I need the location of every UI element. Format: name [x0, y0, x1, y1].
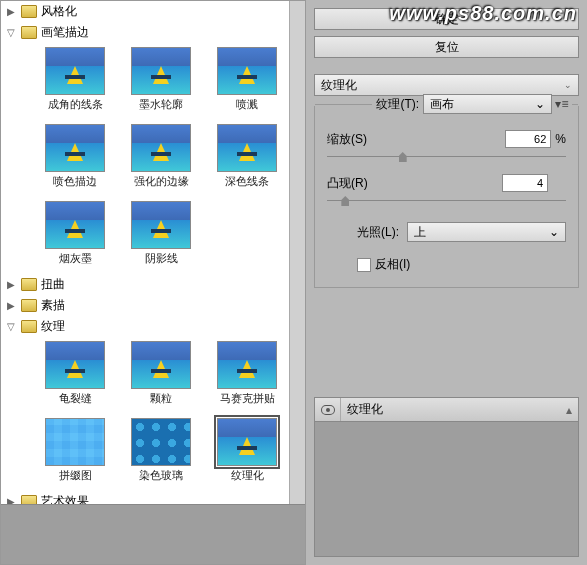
relief-input[interactable]	[502, 174, 548, 192]
scrollbar-vertical[interactable]	[289, 1, 305, 504]
reset-button[interactable]: 复位	[314, 36, 579, 58]
scale-suffix: %	[555, 132, 566, 146]
effect-layer-row[interactable]: 纹理化 ▴	[315, 398, 578, 422]
filter-thumb[interactable]: 马赛克拼贴	[213, 341, 281, 406]
filter-thumb[interactable]: 拼缀图	[41, 418, 109, 483]
folder-icon	[21, 26, 37, 39]
chevron-down-icon: ⌄	[564, 80, 572, 90]
chevron-down-icon: ⌄	[549, 225, 559, 239]
category-brush-strokes[interactable]: ▽ 画笔描边	[1, 22, 289, 43]
scale-row: 缩放(S) %	[327, 130, 566, 148]
flyout-menu-icon[interactable]: ▾≡	[552, 97, 572, 111]
chevron-down-icon: ▽	[5, 27, 17, 38]
relief-row: 凸现(R)	[327, 174, 566, 192]
category-distort[interactable]: ▶ 扭曲	[1, 274, 289, 295]
texture-type-dropdown[interactable]: 画布 ⌄	[423, 94, 552, 114]
category-label: 纹理	[41, 318, 65, 335]
category-label: 画笔描边	[41, 24, 89, 41]
category-label: 扭曲	[41, 276, 65, 293]
folder-icon	[21, 278, 37, 291]
filter-tree[interactable]: ▶ 风格化 ▽ 画笔描边 成角的线条 墨水轮廓 喷溅 喷色描边 强化的边缘 深色…	[1, 1, 289, 504]
filter-thumb[interactable]: 阴影线	[127, 201, 195, 266]
chevron-right-icon: ▶	[5, 496, 17, 504]
folder-icon	[21, 299, 37, 312]
folder-icon	[21, 495, 37, 504]
left-bottom-spacer	[1, 504, 305, 564]
filter-gallery-panel: ▶ 风格化 ▽ 画笔描边 成角的线条 墨水轮廓 喷溅 喷色描边 强化的边缘 深色…	[0, 0, 306, 565]
category-label: 素描	[41, 297, 65, 314]
chevron-right-icon: ▶	[5, 300, 17, 311]
invert-row[interactable]: 反相(I)	[357, 256, 566, 273]
filter-thumb[interactable]: 墨水轮廓	[127, 47, 195, 112]
filter-thumb[interactable]: 龟裂缝	[41, 341, 109, 406]
category-stylize[interactable]: ▶ 风格化	[1, 1, 289, 22]
light-dropdown[interactable]: 上 ⌄	[407, 222, 566, 242]
chevron-right-icon: ▶	[5, 279, 17, 290]
visibility-toggle[interactable]	[315, 398, 341, 421]
folder-icon	[21, 320, 37, 333]
category-artistic[interactable]: ▶ 艺术效果	[1, 491, 289, 504]
category-label: 艺术效果	[41, 493, 89, 504]
scale-input[interactable]	[505, 130, 551, 148]
texture-param-label: 纹理(T):	[372, 96, 423, 113]
filter-select-dropdown[interactable]: 纹理化 ⌄	[314, 74, 579, 96]
category-texture[interactable]: ▽ 纹理	[1, 316, 289, 337]
brush-thumbnails: 成角的线条 墨水轮廓 喷溅 喷色描边 强化的边缘 深色线条 烟灰墨 阴影线	[1, 43, 289, 274]
invert-checkbox[interactable]	[357, 258, 371, 272]
settings-panel: 确定 复位 纹理化 ⌄ 纹理(T): 画布 ⌄ ▾≡ 缩放(S) %	[306, 0, 587, 565]
filter-thumb-selected[interactable]: 纹理化	[213, 418, 281, 483]
scale-label: 缩放(S)	[327, 131, 505, 148]
filter-thumb[interactable]: 喷溅	[213, 47, 281, 112]
chevron-right-icon: ▶	[5, 6, 17, 17]
light-row: 光照(L): 上 ⌄	[327, 222, 566, 242]
filter-thumb[interactable]: 染色玻璃	[127, 418, 195, 483]
filter-thumb[interactable]: 深色线条	[213, 124, 281, 189]
chevron-down-icon: ⌄	[535, 97, 545, 111]
category-label: 风格化	[41, 3, 77, 20]
params-fieldset: 纹理(T): 画布 ⌄ ▾≡ 缩放(S) % 凸现(R)	[314, 106, 579, 288]
invert-label: 反相(I)	[375, 256, 410, 273]
filter-thumb[interactable]: 喷色描边	[41, 124, 109, 189]
filter-thumb[interactable]: 强化的边缘	[127, 124, 195, 189]
relief-slider[interactable]	[327, 194, 566, 208]
scale-slider[interactable]	[327, 150, 566, 164]
main-container: ▶ 风格化 ▽ 画笔描边 成角的线条 墨水轮廓 喷溅 喷色描边 强化的边缘 深色…	[0, 0, 587, 565]
eye-icon	[321, 405, 335, 415]
texture-thumbnails: 龟裂缝 颗粒 马赛克拼贴 拼缀图 染色玻璃 纹理化	[1, 337, 289, 491]
filter-thumb[interactable]: 成角的线条	[41, 47, 109, 112]
layer-scroll-up[interactable]: ▴	[560, 403, 578, 417]
folder-icon	[21, 5, 37, 18]
watermark-text: www.ps88.com.cn	[389, 2, 577, 25]
filter-thumb[interactable]: 烟灰墨	[41, 201, 109, 266]
effect-layer-name: 纹理化	[341, 401, 560, 418]
light-label: 光照(L):	[327, 224, 407, 241]
filter-thumb[interactable]: 颗粒	[127, 341, 195, 406]
category-sketch[interactable]: ▶ 素描	[1, 295, 289, 316]
dropdown-value: 纹理化	[321, 77, 357, 94]
chevron-down-icon: ▽	[5, 321, 17, 332]
relief-label: 凸现(R)	[327, 175, 502, 192]
effect-layers-panel: 纹理化 ▴	[314, 397, 579, 557]
